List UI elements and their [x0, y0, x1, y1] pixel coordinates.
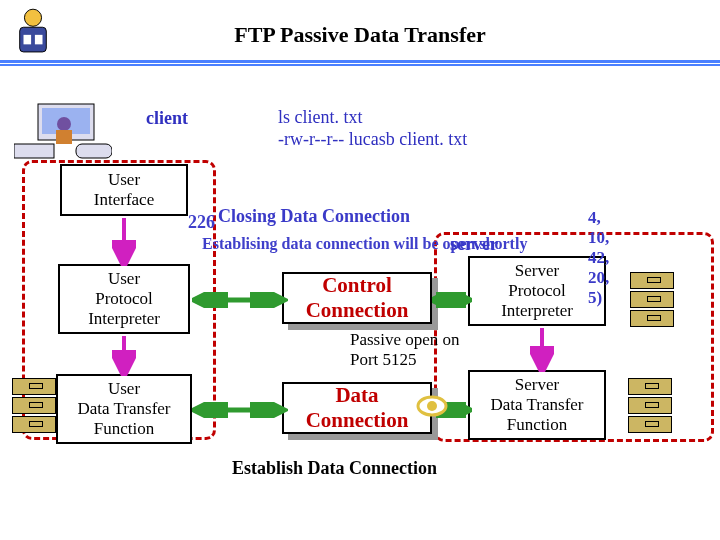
server-data-transfer-block: Server Data Transfer Function — [468, 370, 606, 440]
page-title: FTP Passive Data Transfer — [0, 22, 720, 48]
workstation-icon — [14, 100, 112, 162]
user-data-transfer-block: User Data Transfer Function — [56, 374, 192, 444]
passive-open-label: Passive open on Port 5125 — [350, 330, 460, 370]
data-connection-label: Data Connection — [288, 388, 440, 440]
svg-rect-6 — [14, 144, 54, 158]
terminal-line: -rw-r--r-- lucasb client. txt — [278, 128, 467, 150]
svg-rect-9 — [56, 130, 72, 144]
server-word: server — [450, 234, 498, 255]
terminal-line: ls client. txt — [278, 106, 467, 128]
terminal-output: ls client. txt -rw-r--r-- lucasb client.… — [278, 106, 467, 150]
file-cabinet-icon — [628, 378, 674, 440]
client-label: client — [146, 108, 188, 129]
header-divider — [0, 60, 720, 66]
file-cabinet-icon — [630, 272, 676, 334]
server-protocol-interpreter-block: Server Protocol Interpreter — [468, 256, 606, 326]
svg-point-8 — [57, 117, 71, 131]
user-interface-block: User Interface — [60, 164, 188, 216]
user-protocol-interpreter-block: User Protocol Interpreter — [58, 264, 190, 334]
control-connection-label: Control Connection — [288, 278, 440, 330]
file-cabinet-icon — [12, 378, 58, 440]
svg-rect-7 — [76, 144, 112, 158]
establish-data-connection-label: Establish Data Connection — [232, 458, 437, 479]
